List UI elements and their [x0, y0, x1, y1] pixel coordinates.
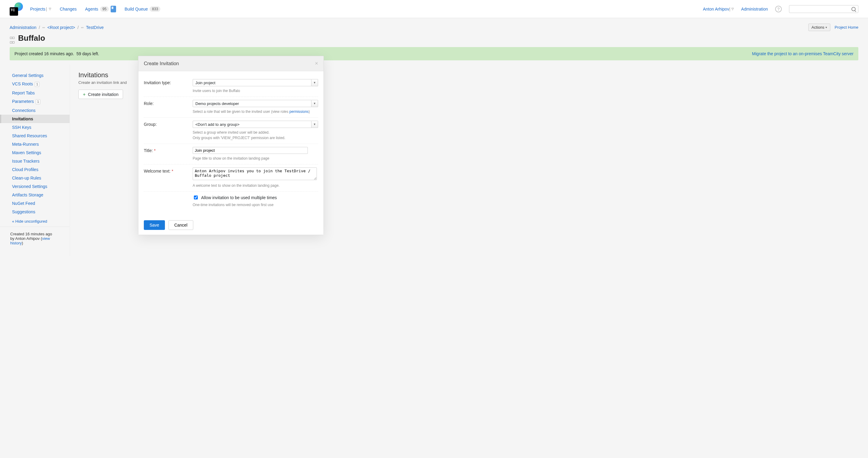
role-hint: Select a role that will be given to the …	[193, 109, 318, 114]
sidebar-item-clean-up-rules[interactable]: Clean-up Rules	[0, 174, 70, 182]
create-invitation-modal: Create Invitation × Invitation type: Joi…	[138, 56, 324, 235]
project-home-link[interactable]: Project Home	[835, 25, 858, 30]
group-hint: Select a group where invited user will b…	[193, 130, 318, 141]
search-input[interactable]	[789, 5, 858, 13]
teamcity-logo[interactable]: TC	[10, 2, 23, 16]
sidebar-footer: Created 16 minutes ago by Anton Arhipov …	[0, 227, 70, 250]
role-label: Role:	[144, 100, 189, 114]
welcome-text-input[interactable]	[193, 168, 317, 180]
nav-projects[interactable]: Projects|▽	[30, 7, 51, 11]
title-input[interactable]	[193, 147, 308, 154]
close-icon[interactable]: ×	[315, 60, 318, 67]
sidebar-item-shared-resources[interactable]: Shared Resources	[0, 132, 70, 140]
project-icon: ▫▫	[81, 25, 84, 30]
sidebar: General SettingsVCS Roots1Report TabsPar…	[0, 64, 70, 256]
nav-build-queue[interactable]: Build Queue 833	[125, 6, 160, 12]
breadcrumb-project[interactable]: TestDrive	[86, 25, 103, 30]
sidebar-item-general-settings[interactable]: General Settings	[0, 71, 70, 80]
topnav: Projects|▽ Changes Agents 95 Build Queue…	[30, 6, 160, 12]
breadcrumb-admin[interactable]: Administration	[10, 25, 36, 30]
sidebar-item-ssh-keys[interactable]: SSH Keys	[0, 123, 70, 132]
page-title: Buffalo	[18, 33, 45, 43]
project-icon: ▫▫	[42, 25, 45, 30]
sidebar-item-connections[interactable]: Connections	[0, 106, 70, 115]
nav-administration[interactable]: Administration	[741, 7, 768, 11]
chevron-down-icon: ▽	[49, 7, 51, 10]
sidebar-item-invitations[interactable]: Invitations	[0, 115, 70, 123]
breadcrumb: Administration/ ▫▫ <Root project>/ ▫▫ Te…	[10, 25, 104, 30]
sidebar-badge: 1	[35, 82, 39, 87]
chevron-down-icon: ▽	[732, 7, 734, 10]
sidebar-item-versioned-settings[interactable]: Versioned Settings	[0, 182, 70, 191]
sidebar-item-nuget-feed[interactable]: NuGet Feed	[0, 199, 70, 207]
sidebar-badge: 1	[36, 99, 40, 105]
plus-icon: +	[83, 92, 86, 97]
sidebar-item-artifacts-storage[interactable]: Artifacts Storage	[0, 191, 70, 199]
sidebar-item-cloud-profiles[interactable]: Cloud Profiles	[0, 165, 70, 174]
pin-icon[interactable]	[111, 6, 116, 12]
group-label: Group:	[144, 121, 189, 141]
modal-title: Create Invitation	[144, 61, 179, 66]
sidebar-item-vcs-roots[interactable]: VCS Roots1	[0, 80, 70, 89]
chevron-down-icon: ▼	[313, 81, 316, 84]
nav-changes[interactable]: Changes	[60, 7, 76, 11]
invitation-type-select[interactable]: Join project ▼	[193, 79, 318, 86]
chevron-down-icon: ▼	[313, 123, 316, 126]
title-hint: Page title to show on the invitation lan…	[193, 156, 318, 161]
queue-count-badge: 833	[150, 6, 160, 12]
welcome-hint: A welcome text to show on the invitation…	[193, 183, 318, 188]
sidebar-item-meta-runners[interactable]: Meta-Runners	[0, 140, 70, 148]
migrate-link[interactable]: Migrate the project to an on-premises Te…	[752, 51, 854, 56]
user-menu[interactable]: Anton Arhipov|▽	[703, 7, 734, 11]
group-select[interactable]: <Don't add to any group> ▼	[193, 121, 318, 128]
sidebar-item-report-tabs[interactable]: Report Tabs	[0, 89, 70, 97]
invitation-type-label: Invitation type:	[144, 79, 189, 93]
role-select[interactable]: Demo projects developer ▼	[193, 100, 318, 107]
save-button[interactable]: Save	[144, 220, 165, 230]
multi-use-checkbox[interactable]	[194, 196, 198, 199]
help-icon[interactable]: ?	[775, 6, 782, 12]
chevron-down-icon: ▾	[826, 26, 827, 29]
welcome-label: Welcome text: *	[144, 168, 189, 188]
sidebar-item-maven-settings[interactable]: Maven Settings	[0, 148, 70, 157]
nav-agents[interactable]: Agents 95	[85, 6, 116, 12]
create-invitation-button[interactable]: + Create invitation	[79, 90, 123, 99]
title-label: Title: *	[144, 147, 189, 161]
hide-unconfigured-link[interactable]: « Hide unconfigured	[12, 219, 47, 224]
topbar: TC Projects|▽ Changes Agents 95 Build Qu…	[0, 0, 868, 18]
agents-count-badge: 95	[100, 6, 109, 12]
actions-button[interactable]: Actions▾	[808, 24, 831, 31]
chevron-down-icon: ▼	[313, 102, 316, 105]
search-icon	[851, 7, 856, 11]
sidebar-item-suggestions[interactable]: Suggestions	[0, 207, 70, 216]
cancel-button[interactable]: Cancel	[168, 220, 193, 230]
notice-bar: Project created 16 minutes ago. 59 days …	[10, 47, 858, 60]
invitation-type-hint: Invite users to join the Buffalo	[193, 88, 318, 93]
project-grid-icon	[10, 36, 15, 41]
sidebar-item-parameters[interactable]: Parameters1	[0, 97, 70, 106]
multi-use-label: Allow invitation to be used multiple tim…	[201, 195, 277, 200]
permissions-link[interactable]: permissions	[289, 110, 309, 114]
breadcrumb-root[interactable]: <Root project>	[47, 25, 75, 30]
multi-use-hint: One-time invitations will be removed upo…	[193, 202, 318, 207]
notice-text: Project created 16 minutes ago.	[14, 51, 74, 56]
sidebar-item-issue-trackers[interactable]: Issue Trackers	[0, 157, 70, 165]
notice-days-left: 59 days left.	[76, 51, 99, 56]
